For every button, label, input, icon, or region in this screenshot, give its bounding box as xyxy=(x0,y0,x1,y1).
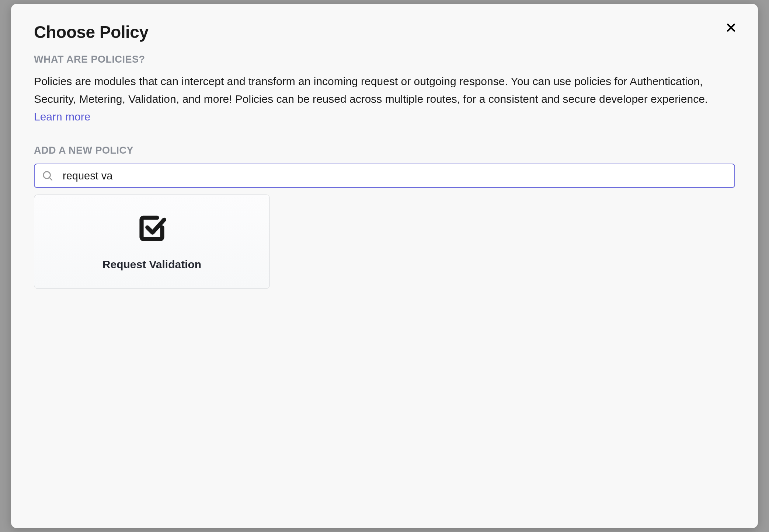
policy-card-request-validation[interactable]: Request Validation xyxy=(34,195,270,289)
checkbox-checked-icon xyxy=(136,213,167,244)
policy-results: Request Validation xyxy=(34,195,735,289)
learn-more-link[interactable]: Learn more xyxy=(34,111,90,123)
add-new-policy-heading: ADD A NEW POLICY xyxy=(34,145,735,156)
policies-description: Policies are modules that can intercept … xyxy=(34,73,735,126)
choose-policy-modal: Choose Policy WHAT ARE POLICIES? Policie… xyxy=(11,4,758,528)
search-icon xyxy=(42,170,53,181)
close-icon xyxy=(725,22,737,33)
policy-search-input[interactable] xyxy=(34,164,735,188)
svg-line-3 xyxy=(49,178,52,180)
modal-header: Choose Policy xyxy=(34,22,735,42)
policy-card-label: Request Validation xyxy=(102,258,201,271)
what-are-policies-heading: WHAT ARE POLICIES? xyxy=(34,54,735,65)
search-wrapper xyxy=(34,164,735,188)
description-text: Policies are modules that can intercept … xyxy=(34,75,708,105)
modal-title: Choose Policy xyxy=(34,22,148,42)
close-button[interactable] xyxy=(724,21,738,36)
